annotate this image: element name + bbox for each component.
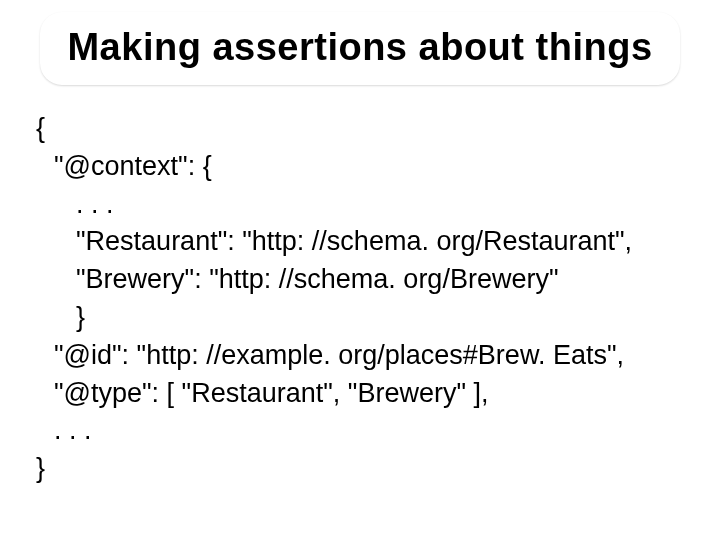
code-line: "@id": "http: //example. org/places#Brew… <box>36 337 684 375</box>
code-line: "@type": [ "Restaurant", "Brewery" ], <box>36 375 684 413</box>
code-line: . . . <box>36 186 684 224</box>
code-line: { <box>36 110 684 148</box>
code-line: "Restaurant": "http: //schema. org/Resta… <box>36 223 684 261</box>
code-block: { "@context": { . . . "Restaurant": "htt… <box>36 110 684 488</box>
slide: Making assertions about things { "@conte… <box>0 0 720 540</box>
code-line: "@context": { <box>36 148 684 186</box>
code-line: } <box>36 299 684 337</box>
title-box: Making assertions about things <box>40 12 680 85</box>
code-line: "Brewery": "http: //schema. org/Brewery" <box>36 261 684 299</box>
code-line: } <box>36 450 684 488</box>
code-line: . . . <box>36 412 684 450</box>
slide-title: Making assertions about things <box>64 26 656 69</box>
